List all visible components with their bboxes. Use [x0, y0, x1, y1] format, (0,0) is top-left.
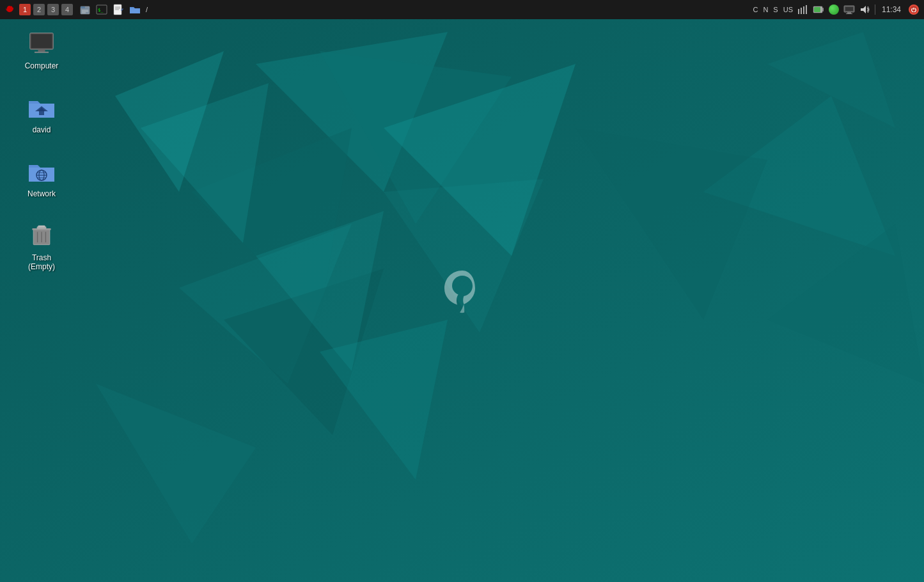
power-icon[interactable]	[909, 4, 919, 15]
file-manager-taskbar-icon[interactable]	[78, 3, 92, 17]
svg-marker-56	[861, 6, 866, 13]
svg-rect-18	[31, 34, 52, 48]
svg-rect-54	[847, 12, 851, 13]
svg-rect-19	[38, 49, 45, 52]
keyboard-indicator-n: N	[762, 6, 769, 13]
folder-taskbar-icon[interactable]	[128, 3, 142, 17]
keyboard-layout[interactable]: US	[782, 6, 794, 13]
desktop-icon-trash[interactable]: Trash (Empty)	[13, 217, 70, 274]
path-separator: /	[145, 6, 149, 13]
workspace-4-button[interactable]: 4	[61, 4, 73, 15]
power-button[interactable]	[907, 3, 920, 16]
svg-rect-46	[803, 6, 804, 14]
trash-icon-label: Trash (Empty)	[28, 253, 55, 272]
debian-swirl	[437, 265, 488, 317]
trash-icon	[26, 220, 57, 251]
display-tray-icon[interactable]	[843, 3, 856, 16]
taskbar-left: 1 2 3 4	[0, 3, 751, 17]
online-status-icon	[827, 3, 840, 16]
home-folder-icon	[26, 92, 57, 123]
svg-rect-50	[822, 8, 824, 12]
svg-rect-29	[38, 225, 45, 227]
svg-rect-20	[35, 52, 49, 53]
taskbar-right: C N S US	[751, 3, 924, 16]
editor-taskbar-icon[interactable]	[111, 3, 125, 17]
svg-rect-47	[806, 5, 807, 14]
keyboard-indicator-c: C	[751, 6, 759, 13]
workspace-3-button[interactable]: 3	[47, 4, 59, 15]
david-icon-label: david	[33, 125, 51, 134]
svg-rect-44	[798, 9, 799, 14]
desktop-icon-david[interactable]: david	[13, 90, 70, 137]
svg-rect-48	[797, 5, 809, 6]
network-tray-icon[interactable]	[797, 3, 810, 16]
terminal-taskbar-icon[interactable]: $_	[95, 3, 109, 17]
battery-tray-icon[interactable]	[812, 3, 825, 16]
system-clock[interactable]: 11:34	[879, 5, 904, 14]
svg-rect-51	[814, 7, 820, 12]
workspace-2-button[interactable]: 2	[33, 4, 45, 15]
workspace-1-button[interactable]: 1	[19, 4, 31, 15]
computer-icon-label: Computer	[25, 61, 59, 70]
desktop-icon-computer[interactable]: Computer	[13, 26, 70, 73]
tray-separator	[875, 4, 875, 15]
app-menu-button[interactable]	[3, 3, 17, 17]
svg-rect-34	[81, 6, 85, 8]
svg-text:$_: $_	[98, 8, 104, 13]
keyboard-indicator-s: S	[772, 6, 779, 13]
computer-icon	[26, 28, 57, 59]
svg-rect-45	[801, 8, 802, 14]
network-icon-label: Network	[27, 189, 56, 198]
desktop-icon-network[interactable]: Network	[13, 153, 70, 201]
network-folder-icon	[26, 156, 57, 187]
volume-tray-icon[interactable]	[858, 3, 871, 16]
svg-rect-53	[845, 7, 853, 11]
taskbar: 1 2 3 4	[0, 0, 924, 19]
desktop: Computer david	[0, 0, 924, 582]
svg-rect-55	[846, 13, 852, 14]
